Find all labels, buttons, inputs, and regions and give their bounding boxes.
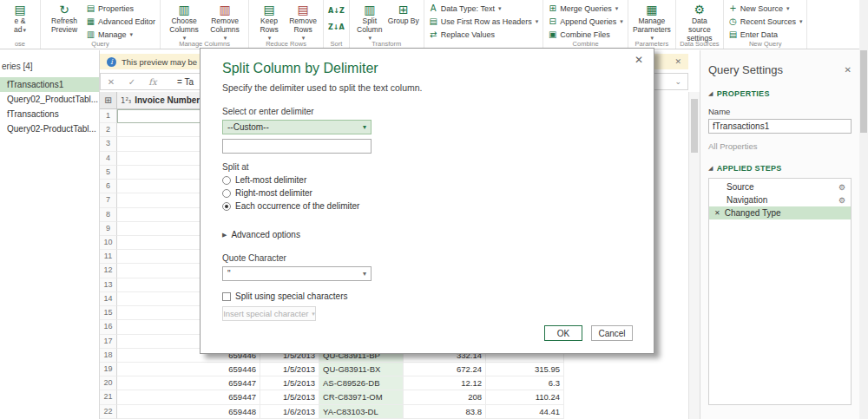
checkbox-icon[interactable] bbox=[222, 292, 231, 301]
radio-icon[interactable] bbox=[222, 189, 231, 198]
insert-special-character-button[interactable]: Insert special character ▾ bbox=[222, 306, 316, 321]
radio-icon[interactable] bbox=[222, 202, 231, 211]
cell-invoice-number[interactable]: 659448 bbox=[117, 405, 260, 419]
sort-descending-button[interactable]: Z↓A bbox=[328, 22, 345, 33]
dialog-close-icon[interactable]: ✕ bbox=[635, 54, 643, 66]
row-number[interactable]: 20 bbox=[100, 376, 117, 390]
query-settings-close-icon[interactable]: ✕ bbox=[845, 65, 852, 75]
row-number[interactable]: 21 bbox=[100, 390, 117, 404]
manage-button[interactable]: ▥ Manage▾ bbox=[86, 29, 155, 40]
row-number[interactable]: 2 bbox=[100, 123, 117, 137]
gear-icon[interactable]: ⚙ bbox=[838, 196, 845, 205]
radio-right-most-delimiter[interactable]: Right-most delimiter bbox=[222, 188, 632, 198]
cell-date[interactable]: 1/5/2013 bbox=[260, 376, 319, 390]
row-number[interactable]: 14 bbox=[100, 292, 117, 306]
radio-each-occurrence[interactable]: Each occurrence of the delimiter bbox=[222, 201, 632, 211]
grid-vertical-scrollbar[interactable] bbox=[688, 92, 700, 419]
formula-confirm-icon[interactable]: ✓ bbox=[122, 77, 142, 87]
cell-product-code[interactable]: YA-C83103-DL bbox=[319, 405, 404, 419]
row-number[interactable]: 13 bbox=[100, 278, 117, 292]
window-vertical-scrollbar[interactable] bbox=[859, 0, 868, 419]
query-list-item-ftransactions1[interactable]: fTransactions1 bbox=[0, 77, 99, 92]
refresh-preview-button[interactable]: ↻ Refresh Preview bbox=[45, 3, 83, 35]
row-number[interactable]: 16 bbox=[100, 320, 117, 334]
fx-icon[interactable]: fx bbox=[142, 77, 163, 87]
cell-value-1[interactable]: 208 bbox=[404, 390, 486, 404]
recent-sources-button[interactable]: ◷ Recent Sources▾ bbox=[728, 16, 803, 27]
cell-date[interactable]: 1/5/2013 bbox=[260, 363, 319, 376]
data-type-button[interactable]: A Data Type: Text▾ bbox=[429, 3, 539, 14]
manage-parameters-button[interactable]: ▦ Manage Parameters▾ bbox=[633, 3, 671, 42]
query-name-input[interactable] bbox=[708, 119, 852, 134]
applied-step-navigation[interactable]: Navigation ⚙ bbox=[709, 193, 851, 206]
split-column-button[interactable]: ▥ Split Column▾ bbox=[354, 3, 385, 42]
grid-scrollbar-thumb[interactable] bbox=[691, 99, 698, 153]
delete-step-icon[interactable]: ✕ bbox=[714, 209, 720, 217]
append-queries-button[interactable]: ⊟ Append Queries▾ bbox=[548, 16, 623, 27]
cancel-button[interactable]: Cancel bbox=[591, 325, 633, 341]
cell-date[interactable]: 1/6/2013 bbox=[260, 405, 319, 419]
gear-icon[interactable]: ⚙ bbox=[838, 183, 845, 192]
choose-columns-button[interactable]: ▥ Choose Columns▾ bbox=[165, 3, 203, 42]
row-number[interactable]: 3 bbox=[100, 137, 117, 151]
row-number[interactable]: 9 bbox=[100, 222, 117, 236]
properties-section-header[interactable]: ◢ PROPERTIES bbox=[708, 89, 852, 98]
all-properties-link[interactable]: All Properties bbox=[708, 141, 852, 151]
row-number[interactable]: 10 bbox=[100, 236, 117, 250]
cell-invoice-number[interactable]: 659447 bbox=[117, 376, 260, 390]
split-special-characters-option[interactable]: Split using special characters bbox=[222, 291, 632, 301]
enter-data-button[interactable]: ▤ Enter Data bbox=[728, 29, 803, 40]
properties-button[interactable]: ▤ Properties bbox=[86, 3, 155, 14]
cell-value-2[interactable]: 6.3 bbox=[486, 376, 564, 390]
quote-character-select[interactable]: " ▾ bbox=[222, 266, 372, 281]
cell-product-code[interactable]: AS-C89526-DB bbox=[319, 376, 404, 390]
table-menu-button[interactable]: ⊞ bbox=[100, 92, 117, 109]
cell-value-2[interactable]: 44.41 bbox=[486, 405, 564, 419]
row-number[interactable]: 17 bbox=[100, 335, 117, 349]
window-scrollbar-thumb[interactable] bbox=[860, 50, 867, 133]
row-number[interactable]: 5 bbox=[100, 166, 117, 180]
row-number[interactable]: 7 bbox=[100, 193, 117, 207]
new-source-button[interactable]: + New Source▾ bbox=[728, 3, 803, 14]
close-and-load-button[interactable]: ▤ e & ad▾ bbox=[4, 3, 36, 35]
row-number[interactable]: 1 bbox=[100, 109, 117, 123]
advanced-editor-button[interactable]: ▦ Advanced Editor bbox=[86, 16, 155, 27]
use-first-row-as-headers-button[interactable]: ▤ Use First Row as Headers▾ bbox=[429, 16, 539, 27]
query-list-item-query02-producttable[interactable]: Query02_ProductTabl... bbox=[0, 92, 99, 107]
data-source-settings-button[interactable]: ⚙ Data source settings bbox=[681, 3, 719, 43]
query-list-item-query02-producttable-2[interactable]: Query02-ProductTabl... bbox=[0, 121, 99, 136]
row-number[interactable]: 11 bbox=[100, 250, 117, 264]
row-number[interactable]: 8 bbox=[100, 208, 117, 222]
query-list-item-ftransactions[interactable]: fTransactions bbox=[0, 107, 99, 121]
radio-icon[interactable] bbox=[222, 176, 231, 185]
cell-invoice-number[interactable]: 659447 bbox=[117, 390, 260, 404]
cell-value-1[interactable]: 12.12 bbox=[404, 376, 486, 390]
merge-queries-button[interactable]: ⊞ Merge Queries▾ bbox=[548, 3, 623, 14]
applied-step-changed-type[interactable]: ✕ Changed Type bbox=[709, 206, 851, 219]
cell-invoice-number[interactable]: 659446 bbox=[117, 363, 260, 376]
cell-value-2[interactable]: 110.24 bbox=[486, 390, 564, 404]
combine-files-button[interactable]: ▣ Combine Files bbox=[548, 29, 623, 40]
formula-expand-chevron-icon[interactable]: ⌄ bbox=[674, 77, 681, 86]
applied-step-source[interactable]: Source ⚙ bbox=[709, 180, 851, 193]
cell-product-code[interactable]: QU-G83911-BX bbox=[319, 363, 404, 376]
cell-value-1[interactable]: 672.24 bbox=[404, 363, 486, 376]
sort-ascending-button[interactable]: A↓Z bbox=[328, 5, 345, 16]
cell-value-1[interactable]: 83.8 bbox=[404, 405, 486, 419]
row-number[interactable]: 6 bbox=[100, 180, 117, 193]
remove-columns-button[interactable]: ▥ Remove Columns▾ bbox=[206, 3, 244, 42]
replace-values-button[interactable]: ⇄ Replace Values bbox=[429, 29, 539, 40]
row-number[interactable]: 4 bbox=[100, 152, 117, 166]
info-bar-close-icon[interactable]: ✕ bbox=[674, 57, 681, 66]
group-by-button[interactable]: ⊞ Group By bbox=[388, 3, 419, 26]
cell-date[interactable]: 1/5/2013 bbox=[260, 390, 319, 404]
remove-rows-button[interactable]: ▤ Remove Rows▾ bbox=[287, 3, 319, 42]
row-number[interactable]: 12 bbox=[100, 264, 117, 278]
radio-left-most-delimiter[interactable]: Left-most delimiter bbox=[222, 175, 632, 185]
advanced-options-toggle[interactable]: ▶ Advanced options bbox=[222, 230, 632, 239]
row-number[interactable]: 18 bbox=[100, 349, 117, 363]
row-number[interactable]: 19 bbox=[100, 363, 117, 376]
custom-delimiter-input[interactable] bbox=[222, 139, 372, 154]
row-number[interactable]: 22 bbox=[100, 405, 117, 419]
row-number[interactable]: 15 bbox=[100, 306, 117, 320]
